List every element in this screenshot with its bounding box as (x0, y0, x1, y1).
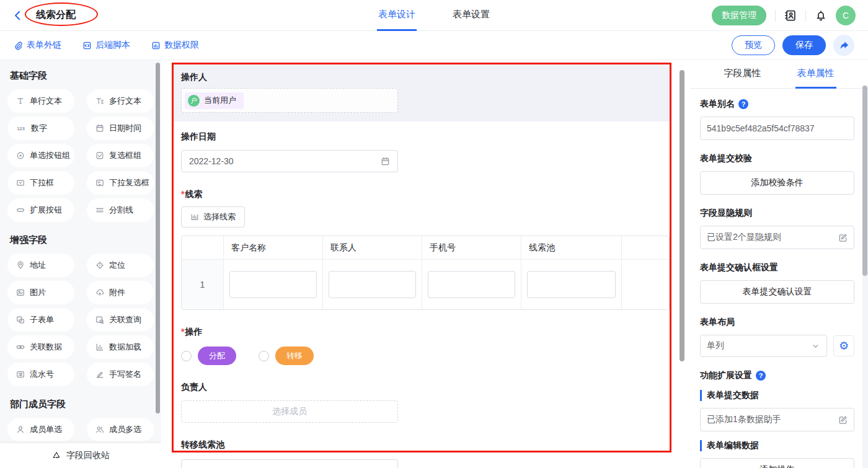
layout-gear-button[interactable]: ⚙ (833, 335, 854, 356)
field-owner[interactable]: 负责人 选择成员 (181, 382, 662, 423)
field-operation[interactable]: *操作 分配 转移 (181, 327, 662, 365)
confirm-box-label: 表单提交确认框设置 (700, 262, 854, 273)
field-item-related-data[interactable]: 关联数据 (7, 335, 74, 359)
edit-icon[interactable] (838, 233, 848, 242)
field-item-checkbox-group[interactable]: 复选框组 (87, 144, 154, 167)
share-arrow-icon (839, 40, 849, 51)
back-button[interactable] (12, 10, 24, 21)
field-clue[interactable]: *线索 选择线索 客户名称 联系人 手机号 线索池 (181, 189, 662, 310)
help-icon[interactable]: ? (756, 371, 766, 381)
submit-data-box[interactable]: 已添加1条数据助手 (700, 408, 854, 431)
add-validation-button[interactable]: 添加校验条件 (700, 171, 854, 195)
field-item-signature[interactable]: 手写签名 (87, 363, 154, 386)
share-button[interactable] (833, 35, 854, 56)
button-icon (16, 206, 25, 214)
section-title-basic-fields: 基础字段 (10, 70, 154, 82)
data-permission-link[interactable]: 数据权限 (151, 40, 199, 51)
layout-select[interactable]: 单列 (700, 335, 827, 357)
serial-icon (16, 370, 25, 379)
calendar-icon[interactable] (381, 157, 390, 166)
field-item-member-single[interactable]: 成员单选 (7, 418, 74, 441)
select-clue-button[interactable]: 选择线索 (181, 206, 245, 227)
field-item-data-load[interactable]: 数据加载 (87, 335, 154, 359)
radio-assign[interactable] (181, 351, 192, 361)
select-member-box[interactable]: 选择成员 (181, 400, 398, 423)
field-operate-date[interactable]: 操作日期 (181, 131, 662, 172)
field-item-radio-group[interactable]: 单选按钮组 (7, 144, 74, 167)
header-tabs: 表单设计 表单设置 (377, 0, 491, 31)
owner-label: 负责人 (181, 382, 662, 393)
tab-form-design[interactable]: 表单设计 (377, 0, 417, 31)
layout-value: 单列 (707, 340, 724, 351)
field-item-select[interactable]: 下拉框 (7, 171, 74, 195)
edit-data-label: 表单编辑数据 (700, 440, 854, 451)
tab-form-settings[interactable]: 表单设置 (451, 0, 491, 31)
radio-transfer[interactable] (259, 351, 269, 361)
user-avatar[interactable]: C (836, 6, 856, 25)
form-designer-app: 线索分配 表单设计 表单设置 数据管理 C 表单外链 后端脚本 数据权限 (0, 0, 868, 468)
canvas-scrollbar[interactable] (680, 70, 684, 361)
map-pin-icon (16, 261, 25, 270)
field-item-extend-button[interactable]: 扩展按钮 (7, 198, 74, 222)
form-toolbar: 表单外链 后端脚本 数据权限 预览 保存 (0, 31, 868, 60)
contact-input[interactable] (329, 271, 416, 298)
visibility-rules-box[interactable]: 已设置2个显隐规则 (700, 226, 854, 249)
clue-label: *线索 (181, 189, 662, 200)
field-item-address[interactable]: 地址 (7, 254, 74, 277)
field-item-subform[interactable]: 子表单 (7, 308, 74, 332)
field-item-divider[interactable]: 分割线 (87, 198, 154, 222)
contacts-book-icon[interactable] (784, 9, 797, 22)
submit-data-value: 已添加1条数据助手 (707, 414, 781, 425)
customer-name-input[interactable] (229, 271, 317, 298)
operator-value-box[interactable]: 户 当前用户 (181, 88, 398, 113)
edit-icon[interactable] (838, 415, 848, 425)
date-input-wrap (181, 150, 398, 172)
field-item-single-text[interactable]: 单行文本 (7, 89, 74, 113)
save-button[interactable]: 保存 (782, 35, 826, 55)
visibility-rules-value: 已设置2个显隐规则 (707, 232, 781, 243)
form-external-link[interactable]: 表单外链 (14, 40, 61, 51)
field-item-number[interactable]: 数字 (7, 117, 74, 140)
field-item-multi-text[interactable]: 多行文本 (87, 89, 154, 113)
field-operator[interactable]: 操作人 户 当前用户 (174, 64, 670, 121)
extra-cell (622, 260, 669, 309)
clue-pool-input[interactable] (527, 271, 616, 298)
form-layout-label: 表单布局 (700, 317, 854, 328)
option-transfer[interactable]: 转移 (259, 347, 314, 365)
tab-field-properties[interactable]: 字段属性 (722, 60, 763, 89)
field-item-serial-number[interactable]: 流水号 (7, 363, 74, 386)
form-alias-input[interactable] (707, 123, 848, 133)
person-icon (16, 425, 25, 434)
field-item-datetime[interactable]: 日期时间 (87, 117, 154, 140)
divider (805, 10, 806, 21)
field-item-related-query[interactable]: 关联查询 (87, 308, 154, 332)
help-icon[interactable]: ? (738, 99, 748, 109)
bar-chart-icon (95, 343, 104, 351)
field-transfer-pool[interactable]: 转移线索池 (181, 439, 662, 468)
sidebar-scrollbar[interactable] (156, 63, 160, 413)
assign-pill[interactable]: 分配 (198, 347, 236, 365)
transfer-pool-select[interactable] (181, 459, 398, 468)
transfer-pill[interactable]: 转移 (275, 347, 314, 365)
properties-tabs: 字段属性 表单属性 (690, 60, 868, 89)
preview-button[interactable]: 预览 (732, 35, 775, 55)
date-input[interactable] (189, 156, 381, 166)
notification-bell-icon[interactable] (815, 9, 827, 22)
data-manage-button[interactable]: 数据管理 (712, 6, 766, 25)
properties-body: 表单别名 ? 表单提交校验 添加校验条件 字段显隐规则 已设置2个显隐规则 表单… (690, 99, 868, 468)
submit-confirm-button[interactable]: 表单提交确认设置 (700, 280, 854, 304)
field-item-member-multi[interactable]: 成员多选 (87, 418, 154, 441)
field-recycle-bin[interactable]: 字段回收站 (0, 443, 161, 468)
phone-input[interactable] (428, 271, 515, 298)
option-assign[interactable]: 分配 (181, 347, 236, 365)
add-operation-button[interactable]: 添加操作 (700, 458, 854, 468)
tab-form-properties[interactable]: 表单属性 (795, 60, 836, 89)
backend-script-link[interactable]: 后端脚本 (82, 40, 130, 51)
field-item-attachment[interactable]: 附件 (87, 281, 154, 304)
panel-scrollbar-thumb[interactable] (862, 86, 867, 276)
field-item-image[interactable]: 图片 (7, 281, 74, 304)
extension-settings-label: 功能扩展设置 ? (700, 370, 854, 381)
field-item-location[interactable]: 定位 (87, 254, 154, 277)
field-item-multi-select[interactable]: 下拉复选框 (87, 171, 154, 195)
submit-data-label: 表单提交数据 (700, 390, 854, 401)
